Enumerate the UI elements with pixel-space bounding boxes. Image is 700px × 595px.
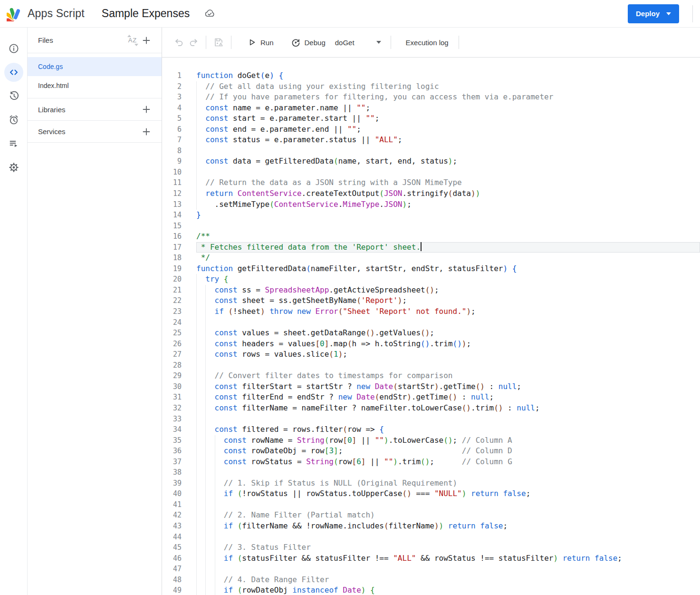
code-line: 8 xyxy=(162,146,700,156)
code-text: // Get all data using your existing filt… xyxy=(196,81,700,92)
code-text: const rowStatus = String(row[6] || "").t… xyxy=(196,457,700,468)
undo-button[interactable] xyxy=(172,35,186,49)
line-number: 13 xyxy=(162,199,182,210)
code-line: 29 // Convert filter dates to timestamps… xyxy=(162,371,700,381)
line-number: 6 xyxy=(162,124,182,135)
code-text: const sheet = ss.getSheetByName('Report'… xyxy=(196,295,700,306)
code-text: const name = e.parameter.name || ""; xyxy=(196,103,700,114)
libraries-section: Libraries xyxy=(28,98,162,120)
code-text xyxy=(196,532,700,543)
line-number: 47 xyxy=(162,564,182,575)
line-number: 10 xyxy=(162,167,182,178)
editor-pane: Run Debug doGet Execution log xyxy=(162,28,700,595)
line-number: 25 xyxy=(162,328,182,339)
indent-guide xyxy=(196,135,197,146)
code-line: 33 xyxy=(162,414,700,425)
line-number: 8 xyxy=(162,146,182,156)
debug-button[interactable]: Debug xyxy=(286,35,330,50)
indent-guide xyxy=(205,403,206,414)
debug-icon xyxy=(291,38,301,48)
indent-guide xyxy=(215,467,215,478)
code-line: 43 if (filterName && !rowName.includes(f… xyxy=(162,521,700,532)
indent-guide xyxy=(205,317,206,328)
indent-guide xyxy=(196,414,197,425)
indent-guide xyxy=(205,532,206,543)
run-button[interactable]: Run xyxy=(242,35,278,50)
sort-az-icon[interactable]: AZ xyxy=(125,36,140,45)
code-line: 1function doGet(e) { xyxy=(162,70,700,81)
redo-button[interactable] xyxy=(186,35,201,49)
indent-guide xyxy=(196,285,197,296)
deploy-caret-icon xyxy=(666,12,671,15)
code-line: 19function getFilteredData(nameFilter, s… xyxy=(162,263,700,274)
code-line: 6 const end = e.parameter.end || ""; xyxy=(162,124,700,135)
code-text: // Return the data as a JSON string with… xyxy=(196,177,700,188)
indent-guide xyxy=(205,564,206,575)
text-cursor xyxy=(421,242,422,251)
sidebar-item-triggers[interactable] xyxy=(4,110,23,129)
indent-guide xyxy=(215,499,215,510)
code-text xyxy=(196,414,700,425)
code-line: 41 xyxy=(162,499,700,510)
code-text: if (statusFilter && statusFilter !== "AL… xyxy=(196,553,700,564)
add-library-button[interactable] xyxy=(140,103,153,116)
project-title[interactable]: Sample Expenses xyxy=(102,7,190,20)
files-header: Files AZ xyxy=(28,28,162,53)
services-label: Services xyxy=(38,127,140,136)
line-number: 11 xyxy=(162,177,182,188)
code-line: 18 */ xyxy=(162,253,700,263)
indent-guide xyxy=(196,403,197,414)
sidebar-item-project-history[interactable] xyxy=(4,87,23,106)
indent-guide xyxy=(215,564,215,575)
code-text: const data = getFilteredData(name, start… xyxy=(196,156,700,167)
indent-guide xyxy=(196,424,197,435)
code-line: 2 // Get all data using your existing fi… xyxy=(162,81,700,92)
indent-guide xyxy=(196,371,197,381)
execution-log-button[interactable]: Execution log xyxy=(401,36,453,49)
header-divider xyxy=(692,5,693,22)
files-panel: Files AZ Code.gs Index.html xyxy=(28,28,162,595)
line-number: 42 xyxy=(162,510,182,521)
indent-guide xyxy=(205,285,206,296)
indent-guide xyxy=(196,146,197,156)
indent-guide xyxy=(215,553,215,564)
line-number: 33 xyxy=(162,414,182,425)
code-text: function doGet(e) { xyxy=(196,70,700,81)
code-text: } xyxy=(196,210,700,221)
code-editor[interactable]: 1function doGet(e) {2 // Get all data us… xyxy=(162,58,700,595)
plus-icon xyxy=(142,105,151,114)
code-line: 26 const headers = values[0].map(h => h.… xyxy=(162,339,700,350)
indent-guide xyxy=(205,499,206,510)
sidebar-item-executions[interactable] xyxy=(4,134,23,153)
add-service-button[interactable] xyxy=(140,125,153,138)
indent-guide xyxy=(205,328,206,339)
sidebar-item-project-settings[interactable] xyxy=(4,158,23,177)
add-file-button[interactable] xyxy=(140,34,153,47)
indent-guide xyxy=(196,103,197,114)
indent-guide xyxy=(196,124,197,135)
indent-guide xyxy=(196,113,197,124)
file-name: Code.gs xyxy=(38,63,63,70)
code-line: 38 xyxy=(162,467,700,478)
file-item-code-gs[interactable]: Code.gs xyxy=(28,57,162,76)
code-text: try { xyxy=(196,274,700,285)
file-item-index-html[interactable]: Index.html xyxy=(28,76,162,95)
libraries-label: Libraries xyxy=(38,106,140,114)
indent-guide xyxy=(205,381,206,392)
indent-guide xyxy=(196,446,197,457)
code-line: 37 const rowStatus = String(row[6] || ""… xyxy=(162,457,700,468)
code-text: const rowName = String(row[0] || "").toL… xyxy=(196,435,700,446)
deploy-button[interactable]: Deploy xyxy=(628,4,679,23)
sidebar-item-overview[interactable] xyxy=(4,39,23,58)
navigation-rail xyxy=(0,28,28,595)
settings-gear-icon xyxy=(8,162,19,173)
sidebar-item-editor[interactable] xyxy=(4,63,23,82)
code-line: 46 if (statusFilter && statusFilter !== … xyxy=(162,553,700,564)
code-line: 17 * Fetches filtered data from the 'Rep… xyxy=(162,242,700,253)
toolbar-separator xyxy=(459,36,459,49)
executions-icon xyxy=(8,138,19,149)
save-button[interactable] xyxy=(211,35,226,49)
code-line: 31 const filterEnd = endStr ? new Date(e… xyxy=(162,392,700,403)
line-number: 17 xyxy=(162,242,182,253)
function-selector[interactable]: doGet xyxy=(335,39,381,47)
